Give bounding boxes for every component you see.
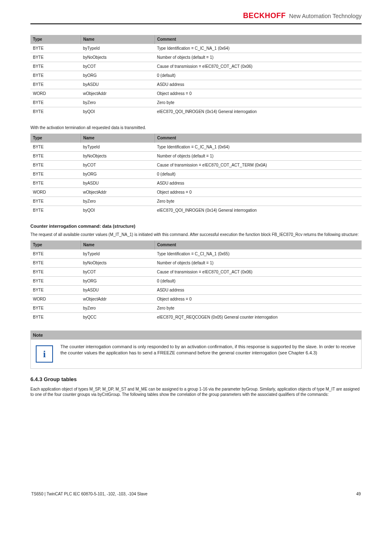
table-row: BYTEbyASDUASDU address — [30, 80, 362, 89]
table-row: BYTEbyCOTCause of transmission = eIEC870… — [30, 161, 362, 170]
table-row: BYTEbyCOTCause of transmission = eIEC870… — [30, 62, 362, 71]
page-header: BECKHOFF New Automation Technology — [30, 12, 362, 24]
col-header-comment: Comment — [154, 134, 362, 143]
table-row: WORDwObjectAddrObject address = 0 — [30, 188, 362, 197]
footer-product: TS650 | TwinCAT PLC IEC 60870-5-101, -10… — [31, 492, 148, 496]
footer-page: 49 — [356, 492, 361, 496]
section-title-counter-interrogation-data: Counter interrogation command: data (str… — [30, 224, 362, 229]
brand-logo: BECKHOFF — [243, 12, 286, 20]
table-row: BYTEbyTypeIdType Identification = C_CI_N… — [30, 250, 362, 259]
info-icon: i — [36, 345, 53, 363]
col-header-name: Name — [81, 134, 154, 143]
table-row: BYTEbyORG0 (default) — [30, 170, 362, 179]
col-header-comment: Comment — [154, 35, 362, 44]
table-row: BYTEbyCOTCause of transmission = eIEC870… — [30, 268, 362, 277]
table-row: BYTEbyTypeIdType Identification = C_IC_N… — [30, 143, 362, 152]
note-box: Note i The counter interrogation command… — [30, 331, 362, 369]
table-row: BYTEbyZeroZero byte — [30, 304, 362, 313]
table-row: BYTEbyNoObjectsNumber of objects (defaul… — [30, 152, 362, 161]
table-row: BYTEbyTypeIdType Identification = C_IC_N… — [30, 44, 362, 53]
brand-tagline: New Automation Technology — [289, 13, 362, 19]
paragraph-ci-desc: The request of all available counter val… — [30, 232, 362, 237]
asdu-table-ic-termination: Type Name Comment BYTEbyTypeIdType Ident… — [30, 134, 362, 215]
table-row: WORDwObjectAddrObject address = 0 — [30, 295, 362, 304]
asdu-table-ic-general-interrogation: Type Name Comment BYTEbyTypeIdType Ident… — [30, 35, 362, 116]
paragraph-group-tables: Each application object of types M_SP, M… — [30, 386, 362, 397]
table-row: BYTEbyZeroZero byte — [30, 197, 362, 206]
page-footer: TS650 | TwinCAT PLC IEC 60870-5-101, -10… — [30, 492, 362, 496]
col-header-name: Name — [81, 35, 154, 44]
table-row: BYTEbyQCCeIEC870_RQT_REQCOGEN (0x05) Gen… — [30, 313, 362, 322]
table-row: WORDwObjectAddrObject address = 0 — [30, 89, 362, 98]
col-header-type: Type — [30, 134, 81, 143]
table-row: BYTEbyZeroZero byte — [30, 98, 362, 107]
table-row: BYTEbyORG0 (default) — [30, 277, 362, 286]
table-row: BYTEbyQOIeIEC870_QOI_INROGEN (0x14) Gene… — [30, 107, 362, 116]
table-row: BYTEbyNoObjectsNumber of objects (defaul… — [30, 53, 362, 62]
table-row: BYTEbyORG0 (default) — [30, 71, 362, 80]
col-header-type: Type — [30, 35, 81, 44]
section-title-group-tables: 6.4.3 Group tables — [30, 376, 362, 382]
col-header-type: Type — [30, 240, 81, 250]
note-text: The counter interrogation command is onl… — [60, 344, 358, 356]
col-header-name: Name — [81, 240, 154, 250]
intro-text-termination: With the activation termination all requ… — [30, 125, 362, 130]
table-row: BYTEbyASDUASDU address — [30, 179, 362, 188]
table-row: BYTEbyNoObjectsNumber of objects (defaul… — [30, 259, 362, 268]
col-header-comment: Comment — [154, 240, 362, 250]
note-title: Note — [30, 331, 362, 340]
table-row: BYTEbyQOIeIEC870_QOI_INROGEN (0x14) Gene… — [30, 206, 362, 215]
table-row: BYTEbyASDUASDU address — [30, 286, 362, 295]
logo-block: BECKHOFF New Automation Technology — [243, 12, 362, 20]
asdu-table-ci: Type Name Comment BYTEbyTypeIdType Ident… — [30, 240, 362, 321]
